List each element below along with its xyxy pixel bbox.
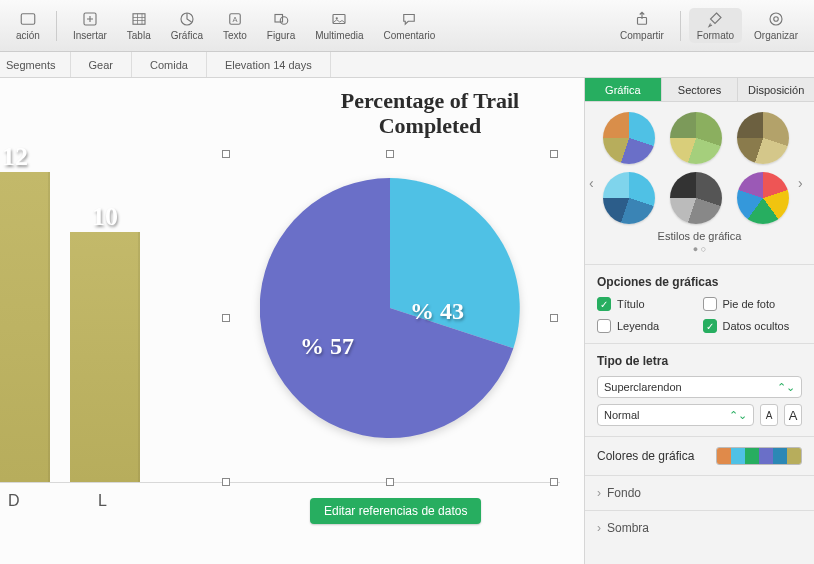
chart-style-4[interactable]	[603, 172, 655, 224]
share-icon	[632, 10, 652, 28]
svg-rect-2	[133, 14, 145, 25]
font-title: Tipo de letra	[597, 354, 802, 368]
view-icon	[18, 10, 38, 28]
resize-handle[interactable]	[550, 478, 558, 486]
checkbox-pie-de-foto[interactable]: Pie de foto	[703, 297, 803, 311]
svg-text:A: A	[232, 15, 237, 24]
bar-d[interactable]: 12	[0, 172, 50, 482]
bar-label-d: D	[8, 492, 20, 510]
format-button[interactable]: Formato	[689, 8, 742, 43]
pie-label-b: % 57	[300, 333, 354, 360]
pie-svg	[260, 178, 520, 438]
table-icon	[129, 10, 149, 28]
svg-point-9	[336, 17, 338, 19]
text-icon: A	[225, 10, 245, 28]
shape-button[interactable]: Figura	[259, 8, 303, 43]
check-icon	[597, 319, 611, 333]
resize-handle[interactable]	[550, 314, 558, 322]
image-icon	[329, 10, 349, 28]
arrange-button[interactable]: Organizar	[746, 8, 806, 43]
inspector: Gráfica Sectores Disposición ‹ › Estilos…	[584, 78, 814, 564]
inspector-tab-grafica[interactable]: Gráfica	[585, 78, 662, 101]
styles-pager[interactable]: ● ○	[603, 244, 796, 260]
chart-title[interactable]: Percentage of Trail Completed	[300, 88, 560, 139]
resize-handle[interactable]	[222, 314, 230, 322]
background-disclosure[interactable]: Fondo	[597, 486, 802, 500]
font-family-select[interactable]: Superclarendon ⌃⌄	[597, 376, 802, 398]
bar-label-l: L	[98, 492, 107, 510]
svg-point-7	[280, 17, 288, 25]
sheet-tab-elevation[interactable]: Elevation 14 days	[207, 52, 331, 77]
resize-handle[interactable]	[386, 150, 394, 158]
comment-icon	[399, 10, 419, 28]
bar-value: 10	[92, 202, 118, 232]
chevron-updown-icon: ⌃⌄	[729, 409, 747, 422]
chart-style-5[interactable]	[670, 172, 722, 224]
bar-value: 12	[2, 142, 28, 172]
background-section: Fondo	[585, 475, 814, 510]
font-size-increase[interactable]: A	[784, 404, 802, 426]
toolbar-acion-cut[interactable]: ación	[8, 8, 48, 43]
checkbox-leyenda[interactable]: Leyenda	[597, 319, 697, 333]
chart-style-2[interactable]	[670, 112, 722, 164]
checkbox-datos-ocultos[interactable]: ✓Datos ocultos	[703, 319, 803, 333]
font-section: Tipo de letra Superclarendon ⌃⌄ Normal ⌃…	[585, 343, 814, 436]
insert-button[interactable]: Insertar	[65, 8, 115, 43]
inspector-tab-sectores[interactable]: Sectores	[662, 78, 739, 101]
resize-handle[interactable]	[222, 478, 230, 486]
sheet-tab-comida[interactable]: Comida	[132, 52, 207, 77]
shadow-disclosure[interactable]: Sombra	[597, 521, 802, 535]
sheet-tab-gear[interactable]: Gear	[71, 52, 132, 77]
table-button[interactable]: Tabla	[119, 8, 159, 43]
inspector-tab-disposicion[interactable]: Disposición	[738, 78, 814, 101]
chart-styles: ‹ › Estilos de gráfica ● ○	[585, 102, 814, 264]
separator	[680, 11, 681, 41]
shape-icon	[271, 10, 291, 28]
chart-style-6[interactable]	[737, 172, 789, 224]
chart-options-section: Opciones de gráficas ✓Título Pie de foto…	[585, 264, 814, 343]
resize-handle[interactable]	[222, 150, 230, 158]
check-icon: ✓	[703, 319, 717, 333]
bar-chart-fragment: 12 10 D L	[0, 98, 160, 518]
comment-button[interactable]: Comentario	[376, 8, 444, 43]
arrange-icon	[766, 10, 786, 28]
checkbox-titulo[interactable]: ✓Título	[597, 297, 697, 311]
pie-chart[interactable]: % 43 % 57	[260, 178, 520, 438]
chevron-updown-icon: ⌃⌄	[777, 381, 795, 394]
font-style-select[interactable]: Normal ⌃⌄	[597, 404, 754, 426]
styles-next[interactable]: ›	[798, 175, 810, 191]
styles-caption: Estilos de gráfica	[603, 224, 796, 244]
chart-options-title: Opciones de gráficas	[597, 275, 802, 289]
chart-style-1[interactable]	[603, 112, 655, 164]
share-button[interactable]: Compartir	[612, 8, 672, 43]
styles-prev[interactable]: ‹	[589, 175, 601, 191]
separator	[56, 11, 57, 41]
inspector-tabs: Gráfica Sectores Disposición	[585, 78, 814, 102]
sheet-tabs: Segments Gear Comida Elevation 14 days	[0, 52, 814, 78]
chart-button[interactable]: Gráfica	[163, 8, 211, 43]
chart-style-3[interactable]	[737, 112, 789, 164]
check-icon	[703, 297, 717, 311]
plus-box-icon	[80, 10, 100, 28]
svg-point-11	[770, 13, 782, 25]
sheet-tab-segments[interactable]: Segments	[0, 52, 71, 77]
font-size-decrease[interactable]: A	[760, 404, 778, 426]
resize-handle[interactable]	[386, 478, 394, 486]
svg-rect-8	[333, 15, 345, 24]
shadow-section: Sombra	[585, 510, 814, 545]
check-icon: ✓	[597, 297, 611, 311]
chart-colors-section: Colores de gráfica	[585, 436, 814, 475]
toolbar: ación Insertar Tabla Gráfica A Texto Fig…	[0, 0, 814, 52]
label: ación	[16, 30, 40, 41]
svg-rect-0	[21, 14, 35, 25]
chart-colors-picker[interactable]	[716, 447, 802, 465]
pie-icon	[177, 10, 197, 28]
bar-l[interactable]: 10	[70, 232, 140, 482]
pie-label-a: % 43	[410, 298, 464, 325]
text-button[interactable]: A Texto	[215, 8, 255, 43]
canvas[interactable]: 12 10 D L Percentage of Trail Completed	[0, 78, 584, 564]
edit-data-references-button[interactable]: Editar referencias de datos	[310, 498, 481, 524]
media-button[interactable]: Multimedia	[307, 8, 371, 43]
brush-icon	[705, 10, 725, 28]
resize-handle[interactable]	[550, 150, 558, 158]
